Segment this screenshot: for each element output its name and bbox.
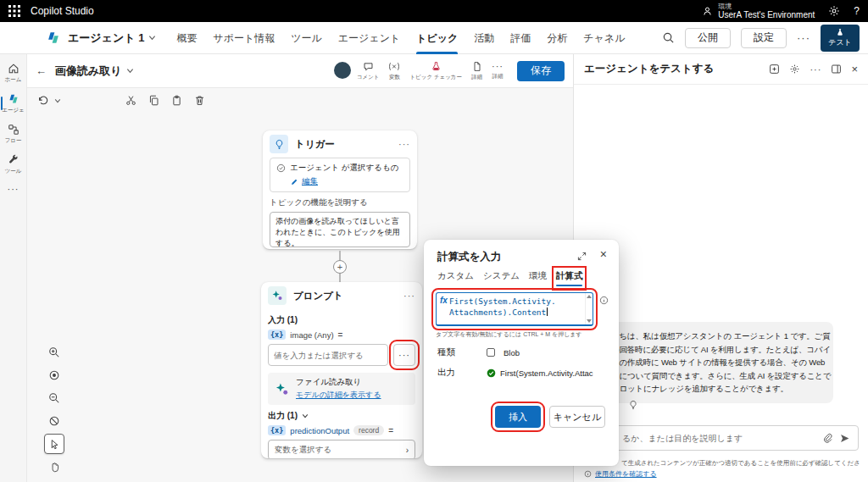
prompt-value-input[interactable] <box>268 344 388 366</box>
help-icon[interactable]: ? <box>854 5 860 17</box>
trigger-node-more-icon[interactable]: ··· <box>398 139 410 149</box>
tab-environment[interactable]: 環境 <box>529 270 547 286</box>
test-button[interactable]: テスト <box>821 25 860 52</box>
model-details-link[interactable]: モデルの詳細を表示する <box>296 390 381 401</box>
sidebar-more-icon[interactable]: ··· <box>8 184 19 194</box>
blob-checkbox[interactable] <box>487 348 495 357</box>
prompt-value-more-button[interactable]: ··· <box>393 344 415 366</box>
copilot-studio-window: Copilot Studio 環境 UserA Test's Environme… <box>0 0 868 482</box>
close-dialog-icon[interactable]: × <box>600 247 607 261</box>
test-panel-title: エージェントをテストする <box>584 62 714 76</box>
tab-channels[interactable]: チャネル <box>583 22 625 54</box>
sidebar-item-agents[interactable]: エージェ <box>0 90 27 118</box>
sidebar-item-home[interactable]: ホーム <box>0 59 27 87</box>
details-button[interactable]: 詳細 <box>468 59 486 83</box>
suggestion-lightbulb-icon[interactable] <box>628 400 638 410</box>
settings-gear-icon[interactable] <box>828 5 840 17</box>
prompt-node[interactable]: プロンプト ··· 入力 (1) {x} image (Any) = ··· <box>261 282 422 458</box>
trigger-node[interactable]: トリガー ··· エージェント が選択するもの 編集 <box>263 130 417 249</box>
environment-switcher[interactable]: 環境 UserA Test's Environment <box>702 3 815 20</box>
comments-button[interactable]: コメント <box>353 59 383 83</box>
sidebar-item-flows[interactable]: フロー <box>0 120 27 148</box>
trigger-icon <box>270 135 288 153</box>
save-button[interactable]: 保存 <box>517 61 565 81</box>
undo-chevron-icon[interactable] <box>54 97 61 104</box>
zoom-in-button[interactable] <box>44 342 64 363</box>
tab-system[interactable]: システム <box>483 270 520 286</box>
topic-header: ← 画像読み取り コメント 変数 トピック <box>27 54 573 88</box>
scroll-up-icon[interactable] <box>587 295 592 298</box>
close-panel-icon[interactable]: × <box>851 63 858 75</box>
trigger-condition-card[interactable]: エージェント が選択するもの 編集 <box>270 158 410 192</box>
formula-info-icon[interactable] <box>599 296 609 305</box>
presence-avatar <box>334 62 351 79</box>
trigger-description-textarea[interactable]: 添付の画像を読み取ってほしいと言われたときに、このトピックを使用する。 <box>270 212 410 247</box>
formula-scrollbar[interactable] <box>585 293 593 324</box>
tab-formula[interactable]: 計算式 <box>556 270 583 286</box>
paste-icon[interactable] <box>171 95 182 106</box>
copy-icon[interactable] <box>148 95 159 106</box>
formula-code[interactable]: First(System.Activity. Attachments).Cont… <box>449 293 585 324</box>
topic-title-chevron-icon[interactable] <box>126 67 134 75</box>
variable-badge-icon: {x} <box>268 330 286 340</box>
formula-input-field[interactable]: fx First(System.Activity. Attachments).C… <box>436 292 593 326</box>
select-tool-button[interactable] <box>44 434 64 454</box>
tab-agents[interactable]: エージェント <box>338 22 400 54</box>
tab-support-info[interactable]: サポート情報 <box>213 22 275 54</box>
variables-button[interactable]: 変数 <box>385 59 403 83</box>
new-conversation-icon[interactable] <box>769 64 780 75</box>
more-options-icon[interactable]: ··· <box>797 31 810 44</box>
tab-analytics[interactable]: 分析 <box>547 22 567 54</box>
settings-button[interactable]: 設定 <box>741 28 787 48</box>
chat-input[interactable] <box>622 427 813 449</box>
agent-logo-icon <box>46 30 61 46</box>
terms-link[interactable]: 使用条件を確認する <box>595 469 657 479</box>
agent-name[interactable]: エージェント 1 <box>68 30 144 46</box>
tab-overview[interactable]: 概要 <box>176 22 197 54</box>
prompt-model-card[interactable]: ファイル読み取り モデルの詳細を表示する <box>268 373 415 405</box>
attachment-icon[interactable] <box>822 433 832 443</box>
tab-tools[interactable]: ツール <box>291 22 322 54</box>
cancel-button[interactable]: キャンセル <box>549 406 605 428</box>
zoom-out-button[interactable] <box>44 388 64 408</box>
output-variable-name[interactable]: predictionOutput <box>290 426 349 435</box>
tab-custom[interactable]: カスタム <box>437 270 474 286</box>
insert-button[interactable]: 挿入 <box>495 406 541 428</box>
expand-panel-icon[interactable] <box>831 64 842 75</box>
more-commands-button[interactable]: ··· 詳細 <box>488 59 507 82</box>
type-value: Blob <box>504 348 520 357</box>
undo-icon[interactable] <box>37 95 49 107</box>
outputs-chevron-icon[interactable] <box>302 413 309 419</box>
chat-input-box[interactable] <box>584 425 859 451</box>
scroll-down-icon[interactable] <box>587 319 592 323</box>
test-settings-icon[interactable] <box>789 64 800 75</box>
send-icon[interactable] <box>839 433 850 444</box>
select-variable-dropdown[interactable]: 変数を選択する › <box>268 440 415 458</box>
sidebar-item-tools[interactable]: ツール <box>0 151 27 179</box>
topic-title[interactable]: 画像読み取り <box>55 64 122 79</box>
pan-tool-button[interactable] <box>44 457 64 477</box>
prompt-node-title: プロンプト <box>293 290 343 302</box>
tab-evaluation[interactable]: 評価 <box>510 22 531 54</box>
fit-view-button[interactable] <box>44 365 64 385</box>
publish-button[interactable]: 公開 <box>685 28 731 48</box>
cut-icon[interactable] <box>125 95 136 106</box>
back-icon[interactable]: ← <box>36 64 47 77</box>
expand-dialog-icon[interactable] <box>577 252 587 261</box>
formula-dialog: 計算式を入力 × カスタム システム 環境 計算式 fx First(Syste… <box>424 240 619 466</box>
tab-activity[interactable]: 活動 <box>474 22 494 54</box>
add-node-icon[interactable]: + <box>333 260 347 274</box>
file-read-model-icon <box>275 382 289 396</box>
edit-link[interactable]: 編集 <box>291 176 403 187</box>
prompt-node-more-icon[interactable]: ··· <box>403 291 415 301</box>
topic-checker-button[interactable]: トピック チェッカー <box>406 59 465 83</box>
disable-interaction-button[interactable] <box>44 411 64 431</box>
delete-icon[interactable] <box>194 95 205 106</box>
formula-dialog-title: 計算式を入力 <box>437 250 501 264</box>
tab-topics[interactable]: トピック <box>416 22 458 54</box>
search-icon[interactable] <box>662 31 675 44</box>
app-launcher-waffle-icon[interactable] <box>8 5 20 17</box>
test-panel-more-icon[interactable]: ··· <box>810 64 821 75</box>
model-name: ファイル読み取り <box>296 377 381 388</box>
chevron-down-icon[interactable] <box>148 34 156 42</box>
